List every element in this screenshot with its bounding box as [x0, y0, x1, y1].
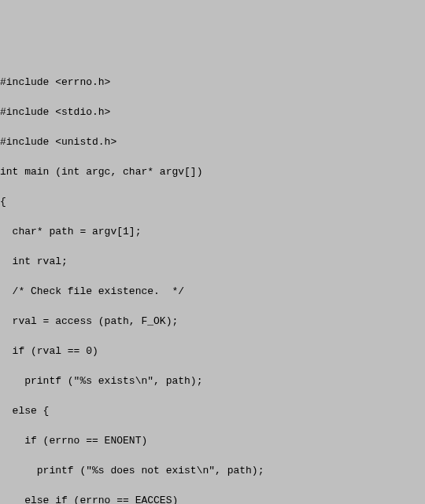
code-line: else { [0, 403, 425, 418]
code-line: /* Check file existence. */ [0, 284, 425, 299]
code-line: char* path = argv[1]; [0, 224, 425, 239]
code-line: int main (int argc, char* argv[]) [0, 164, 425, 179]
code-block: #include <errno.h> #include <stdio.h> #i… [0, 60, 425, 504]
code-line: if (rval == 0) [0, 344, 425, 359]
code-line: #include <errno.h> [0, 75, 425, 90]
code-line: printf ("%s does not exist\n", path); [0, 463, 425, 478]
code-line: rval = access (path, F_OK); [0, 314, 425, 329]
code-line: int rval; [0, 254, 425, 269]
code-line: else if (errno == EACCES) [0, 493, 425, 504]
code-line: printf ("%s exists\n", path); [0, 373, 425, 388]
code-line: { [0, 194, 425, 209]
code-line: #include <stdio.h> [0, 105, 425, 120]
code-line: if (errno == ENOENT) [0, 433, 425, 448]
code-line: #include <unistd.h> [0, 134, 425, 149]
